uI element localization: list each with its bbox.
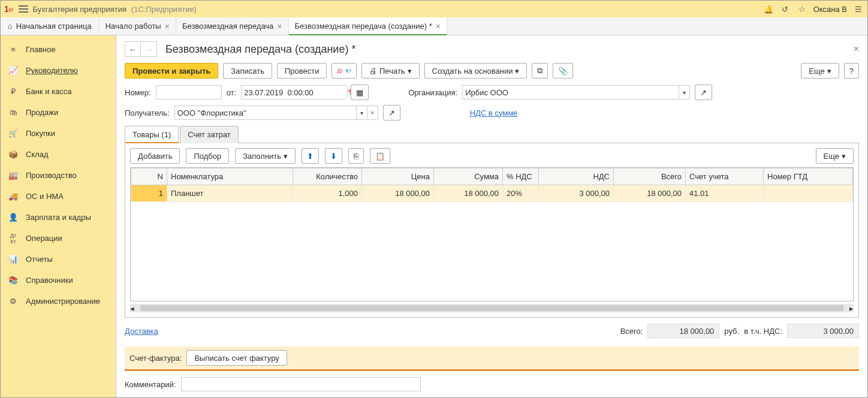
move-down-button[interactable]: ⬇ [325, 148, 342, 164]
menu-burger-icon[interactable] [19, 5, 28, 13]
chart-icon: 📈 [8, 66, 19, 75]
horizontal-scrollbar[interactable]: ◂▸ [130, 304, 854, 312]
post-close-button[interactable]: Провести и закрыть [125, 63, 218, 79]
attach-button[interactable]: 📎 [553, 63, 573, 79]
settings-icon[interactable]: ☰ [853, 4, 864, 14]
copy-button[interactable]: ⎘ [348, 148, 364, 164]
vat-mode-link[interactable]: НДС в сумме [470, 108, 518, 117]
nav-production[interactable]: 🏭Производство [1, 165, 116, 186]
total-value: 18 000,00 [647, 324, 719, 338]
org-field[interactable]: ▾ [462, 85, 690, 100]
structure-button[interactable]: ⧉ [532, 63, 548, 79]
invoice-section: Счет-фактура: Выписать счет фактуру [125, 346, 859, 371]
fill-button[interactable]: Заполнить▾ [235, 148, 296, 164]
dtkt-button[interactable]: ДтКт [331, 63, 357, 79]
number-input[interactable] [156, 85, 222, 100]
vat-total-label: в т.ч. НДС: [744, 327, 782, 336]
scroll-left-icon[interactable]: ◂ [130, 304, 134, 313]
currency-label: руб. [724, 327, 739, 336]
print-button[interactable]: 🖨Печать▾ [361, 63, 420, 79]
close-icon[interactable]: × [436, 22, 441, 31]
org-open-button[interactable]: ↗ [695, 85, 712, 100]
user-label[interactable]: Оксана В [813, 5, 847, 14]
close-icon[interactable]: × [165, 22, 170, 31]
bell-icon[interactable]: 🔔 [763, 4, 774, 14]
number-label: Номер: [125, 88, 151, 97]
tabbar: ⌂ Начальная страница Начало работы × Без… [1, 17, 867, 35]
delivery-link[interactable]: Доставка [125, 327, 158, 336]
nav-operations[interactable]: ДтКтОперации [1, 228, 116, 249]
forward-button[interactable]: → [141, 42, 156, 56]
chevron-down-icon[interactable]: ▾ [679, 86, 689, 99]
close-page-button[interactable]: × [854, 44, 859, 55]
nav-purchases[interactable]: 🛒Покупки [1, 123, 116, 144]
back-button[interactable]: ← [125, 42, 141, 56]
nav-admin[interactable]: ⚙Администрирование [1, 291, 116, 312]
form-icon-button[interactable]: ▦ [351, 85, 369, 100]
logo-1c: 1℮ [4, 4, 14, 14]
close-icon[interactable]: × [277, 22, 282, 31]
org-input[interactable] [463, 86, 679, 99]
col-qty[interactable]: Количество [293, 168, 362, 185]
nav-bank[interactable]: ₽Банк и касса [1, 81, 116, 102]
org-label: Организация: [408, 88, 457, 97]
nav-catalogs[interactable]: 📚Справочники [1, 270, 116, 291]
tab-goods[interactable]: Товары (1) [125, 126, 179, 143]
app-title: Бухгалтерия предприятия [33, 5, 126, 14]
recipient-field[interactable]: ▾× [174, 105, 378, 120]
nav-hr[interactable]: 👤Зарплата и кадры [1, 207, 116, 228]
nav-sales[interactable]: 🛍Продажи [1, 102, 116, 123]
chevron-down-icon: ▾ [408, 67, 412, 76]
tab-transfer[interactable]: Безвозмездная передача × [176, 17, 289, 35]
nav-warehouse[interactable]: 📦Склад [1, 144, 116, 165]
table-more-button[interactable]: Еще▾ [816, 148, 854, 164]
dtkt-icon: ДтКт [8, 233, 19, 245]
platform-label: (1C:Предприятие) [131, 5, 197, 14]
nav-reports[interactable]: 📊Отчеты [1, 249, 116, 270]
date-field[interactable]: 📅 [241, 85, 346, 100]
col-n[interactable]: N [131, 168, 167, 185]
create-invoice-button[interactable]: Выписать счет фактуру [186, 350, 287, 366]
col-total[interactable]: Всего [614, 168, 686, 185]
col-gtd[interactable]: Номер ГТД [764, 168, 853, 185]
home-icon: ⌂ [8, 22, 13, 31]
col-vatpct[interactable]: % НДС [503, 168, 539, 185]
sidebar: ≡Главное 📈Руководителю ₽Банк и касса 🛍Пр… [1, 35, 116, 397]
total-label: Всего: [620, 327, 643, 336]
col-vat[interactable]: НДС [539, 168, 614, 185]
select-button[interactable]: Подбор [186, 148, 229, 164]
col-sum[interactable]: Сумма [434, 168, 503, 185]
recipient-open-button[interactable]: ↗ [383, 105, 400, 120]
scroll-right-icon[interactable]: ▸ [849, 304, 854, 313]
goods-table[interactable]: N Номенклатура Количество Цена Сумма % Н… [130, 167, 854, 301]
more-button[interactable]: Еще▾ [801, 63, 839, 79]
col-nom[interactable]: Номенклатура [167, 168, 293, 185]
history-icon[interactable]: ↺ [780, 4, 791, 14]
create-based-button[interactable]: Создать на основании▾ [424, 63, 528, 79]
help-button[interactable]: ? [844, 63, 859, 79]
nav-manager[interactable]: 📈Руководителю [1, 60, 116, 81]
tab-home[interactable]: ⌂ Начальная страница [1, 17, 100, 35]
chevron-down-icon[interactable]: ▾ [356, 106, 367, 119]
paste-button[interactable]: 📋 [370, 148, 390, 164]
star-icon[interactable]: ☆ [797, 4, 807, 14]
table-row[interactable]: 1 Планшет 1,000 18 000,00 18 000,00 20% … [131, 185, 853, 202]
tab-start[interactable]: Начало работы × [100, 17, 176, 35]
recipient-input[interactable] [175, 106, 356, 119]
tab-transfer-create[interactable]: Безвозмездная передача (создание) * × [289, 17, 447, 35]
titlebar: 1℮ Бухгалтерия предприятия (1C:Предприят… [1, 1, 867, 17]
comment-input[interactable] [181, 377, 421, 391]
col-price[interactable]: Цена [362, 168, 434, 185]
write-button[interactable]: Записать [223, 63, 272, 79]
date-input[interactable] [242, 86, 347, 99]
clear-icon[interactable]: × [367, 106, 378, 119]
truck-icon: 🚚 [8, 192, 19, 201]
nav-main[interactable]: ≡Главное [1, 39, 116, 60]
add-button[interactable]: Добавить [130, 148, 180, 164]
col-account[interactable]: Счет учета [686, 168, 764, 185]
move-up-button[interactable]: ⬆ [302, 148, 319, 164]
nav-assets[interactable]: 🚚ОС и НМА [1, 186, 116, 207]
bag-icon: 🛍 [8, 108, 19, 117]
tab-costs[interactable]: Счет затрат [180, 126, 238, 143]
post-button[interactable]: Провести [277, 63, 327, 79]
